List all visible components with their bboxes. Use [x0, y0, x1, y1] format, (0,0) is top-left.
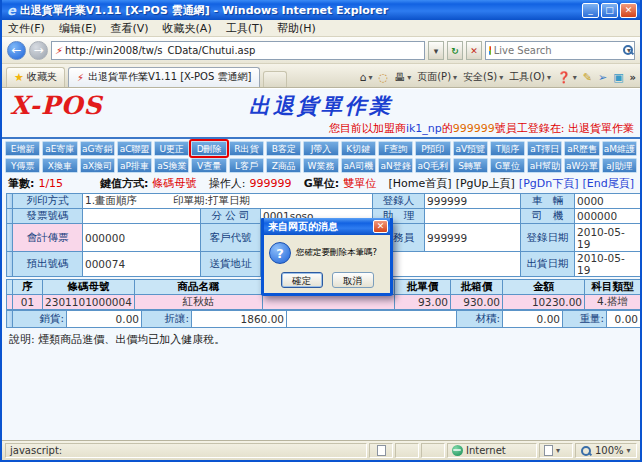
ie-icon: e: [7, 3, 16, 18]
chevron-more-icon[interactable]: »: [630, 72, 636, 83]
btn-ship[interactable]: R出貨: [229, 141, 264, 156]
invoice-field[interactable]: [83, 209, 201, 224]
menu-tools[interactable]: 工具(T): [226, 21, 263, 36]
btn-unit[interactable]: G單位: [490, 158, 525, 173]
print-mode-field[interactable]: 1.畫面順序印單期:打單日期: [83, 194, 373, 209]
btn-add[interactable]: E增新: [5, 141, 40, 156]
back-button[interactable]: ←: [7, 41, 26, 60]
btn-driver[interactable]: aA司機: [341, 158, 376, 173]
dialog-cancel-button[interactable]: 取消: [332, 272, 374, 288]
item-category: 4.搭增: [585, 295, 641, 310]
help-menu[interactable]: ❓▾: [557, 71, 577, 84]
menu-view[interactable]: 查看(V): [110, 21, 148, 36]
btn-preview[interactable]: aV預覽: [453, 141, 488, 156]
search-magnifier-icon[interactable]: [622, 44, 624, 56]
preout-field[interactable]: 000074: [83, 252, 201, 277]
media-icon[interactable]: ▣: [613, 71, 623, 84]
dialog-message: 您確定要刪除本筆嗎?: [296, 247, 377, 259]
menu-favorites[interactable]: 收藏夹(A): [163, 21, 212, 36]
protected-mode-cell[interactable]: ▾: [539, 443, 573, 458]
search-box: ▾: [485, 41, 635, 60]
status-page-cell: [369, 443, 393, 458]
forward-button[interactable]: →: [29, 41, 48, 60]
dialog-ok-button[interactable]: 確定: [281, 272, 323, 288]
btn-query[interactable]: F查詢: [378, 141, 413, 156]
login-notice: 您目前以加盟商ik1_np的999999號員工登錄在: 出退貨單作業: [2, 121, 640, 136]
btn-preprint[interactable]: P預印: [415, 141, 450, 156]
minimize-button[interactable]: _: [582, 3, 599, 18]
vehicle-field[interactable]: 0000: [575, 194, 640, 209]
btn-customer-order[interactable]: B客定: [266, 141, 301, 156]
window-title: 出退貨單作業V1.11 [X-POS 雲通網] - Windows Intern…: [20, 3, 580, 18]
status-left: javascript:: [5, 443, 367, 458]
btn-consign[interactable]: aG寄銷: [80, 141, 115, 156]
search-input[interactable]: [494, 45, 619, 56]
btn-voucher[interactable]: Y傳票: [5, 158, 40, 173]
btn-sales-history[interactable]: aR歷售: [564, 141, 599, 156]
sales-field[interactable]: 999999: [425, 224, 521, 252]
weight-value[interactable]: 0.00: [607, 311, 641, 328]
print-button[interactable]: 🖶▾: [394, 71, 411, 84]
maximize-button[interactable]: □: [601, 3, 618, 18]
sales-total-value[interactable]: 0.00: [67, 311, 142, 328]
reg-date-field[interactable]: 2010-05-19: [575, 224, 640, 252]
favorites-button[interactable]: ★ 收藏夹: [6, 67, 65, 87]
btn-hotkey[interactable]: K切鍵: [341, 141, 376, 156]
btn-schedule-vehicle[interactable]: aP排車: [117, 158, 152, 173]
btn-delete[interactable]: D刪除: [191, 141, 226, 156]
edit-icon[interactable]: ✎: [583, 71, 592, 84]
nav-pgup-hint: [PgUp上頁]: [456, 176, 515, 191]
btn-maintain[interactable]: aM維護: [602, 141, 637, 156]
operator-id: 999999: [250, 177, 292, 190]
assistant-field[interactable]: [425, 209, 521, 224]
btn-help[interactable]: aH幫助: [527, 158, 562, 173]
btn-change-driver[interactable]: aX換司: [80, 158, 115, 173]
btn-change-vehicle[interactable]: X換車: [42, 158, 77, 173]
registrant-field[interactable]: 999999: [425, 194, 521, 209]
refresh-icon[interactable]: ↻: [447, 41, 463, 60]
tab-active[interactable]: ⚡ 出退貨單作業V1.11 [X-POS 雲通網]: [68, 67, 261, 87]
safety-menu[interactable]: 安全(S)▾: [463, 70, 503, 84]
btn-change-sales[interactable]: aS換業: [154, 158, 189, 173]
page-title: 出退貨單作業: [2, 92, 640, 120]
address-dropdown-icon[interactable]: ▾: [428, 41, 444, 60]
discount-value[interactable]: 1860.00: [192, 311, 287, 328]
btn-correct[interactable]: U更正: [154, 141, 189, 156]
page-menu[interactable]: 页面(P)▾: [417, 70, 457, 84]
stop-icon[interactable]: ✕: [466, 41, 482, 60]
btn-split-order[interactable]: aW分單: [564, 158, 599, 173]
btn-margin[interactable]: aQ毛利: [415, 158, 450, 173]
btn-customer[interactable]: L客戶: [229, 158, 264, 173]
btn-assistant[interactable]: aJ助理: [602, 158, 637, 173]
home-button[interactable]: ⌂▾: [360, 71, 373, 84]
volume-value[interactable]: 0.00: [503, 311, 563, 328]
menu-help[interactable]: 帮助(H): [277, 21, 316, 36]
menu-file[interactable]: 文件(F): [8, 21, 45, 36]
address-input[interactable]: [65, 45, 421, 56]
btn-login[interactable]: aN登錄: [378, 158, 413, 173]
btn-alliance[interactable]: aC聯盟: [117, 141, 152, 156]
new-tab-button[interactable]: [263, 71, 287, 87]
menu-edit[interactable]: 编辑(E): [59, 21, 97, 36]
btn-product[interactable]: Z商品: [266, 158, 301, 173]
zoom-control[interactable]: 100% ▾: [575, 443, 637, 458]
col-amount: 金額: [503, 280, 585, 295]
btn-business[interactable]: W業務: [303, 158, 338, 173]
dialog-close-icon[interactable]: ✕: [373, 220, 388, 233]
btn-check-qty[interactable]: V查量: [191, 158, 226, 173]
tools-menu[interactable]: 工具(O)▾: [509, 70, 551, 84]
feeds-button[interactable]: ◌: [379, 71, 389, 84]
dialog-body: ? 您確定要刪除本筆嗎? 確定 取消: [264, 235, 390, 293]
item-row[interactable]: 01 2301101000004 紅秋姑 93.00 930.00 10230.…: [7, 295, 641, 310]
close-button[interactable]: ✕: [620, 3, 637, 18]
col-barcode: 條碼母號: [43, 280, 135, 295]
btn-warehouse[interactable]: aE寄庫: [42, 141, 77, 156]
btn-pick-date[interactable]: aT擇日: [527, 141, 562, 156]
btn-order[interactable]: T順序: [490, 141, 525, 156]
voucher-field[interactable]: 000000: [83, 224, 201, 252]
ship-date-field[interactable]: 2010-05-19: [575, 252, 640, 277]
driver-field[interactable]: 000000: [575, 209, 640, 224]
btn-transfer-order[interactable]: S轉單: [453, 158, 488, 173]
send-icon[interactable]: ➢: [598, 71, 607, 84]
btn-import[interactable]: J帶入: [303, 141, 338, 156]
